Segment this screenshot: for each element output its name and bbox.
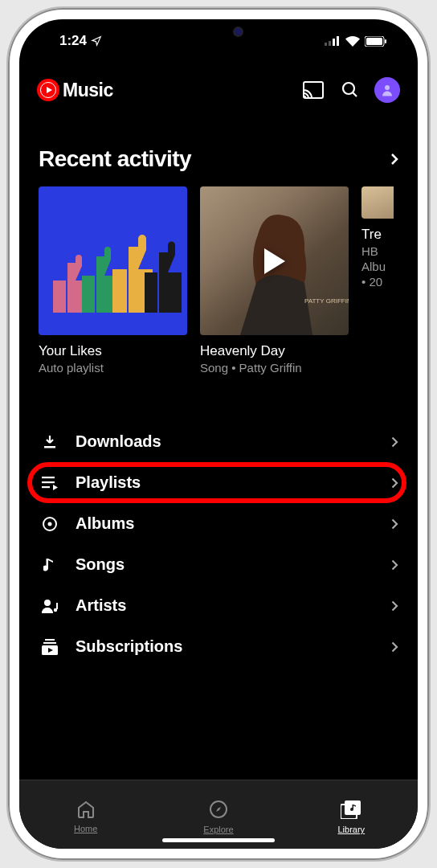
subscriptions-icon (39, 639, 61, 655)
nav-library[interactable]: Library (285, 780, 418, 849)
content-area: Recent activity (19, 117, 418, 780)
chevron-right-icon (390, 153, 398, 166)
music-note-icon (39, 557, 61, 573)
avatar[interactable] (374, 77, 400, 103)
recent-carousel[interactable]: Your Likes Auto playlist PATTY GRIFFIN H… (19, 186, 418, 375)
card-peek[interactable]: Tre HB Albu • 20 (361, 186, 394, 375)
svg-marker-26 (53, 485, 58, 490)
svg-rect-31 (56, 603, 58, 609)
menu-label: Artists (76, 596, 391, 615)
play-logo-icon (37, 79, 59, 101)
phone-frame: 1:24 (8, 8, 429, 860)
library-icon (341, 800, 361, 822)
svg-rect-5 (366, 38, 382, 45)
cast-icon[interactable] (297, 74, 329, 106)
card-subtitle: HB (361, 244, 394, 258)
peek-artwork (361, 186, 394, 219)
menu-subscriptions[interactable]: Subscriptions (19, 626, 418, 667)
notch (138, 19, 299, 43)
playlist-icon (39, 476, 61, 490)
menu-songs[interactable]: Songs (19, 544, 418, 585)
app-logo[interactable]: Music (37, 79, 113, 101)
svg-line-10 (353, 92, 357, 96)
card-heavenly-day[interactable]: PATTY GRIFFIN Heavenly Day Song • Patty … (200, 186, 349, 375)
card-title: Tre (361, 227, 394, 243)
svg-text:PATTY GRIFFIN: PATTY GRIFFIN (304, 297, 349, 305)
card-your-likes[interactable]: Your Likes Auto playlist (39, 186, 187, 375)
menu-label: Albums (76, 514, 391, 533)
svg-rect-12 (53, 280, 66, 313)
card-title: Your Likes (39, 343, 187, 359)
menu-albums[interactable]: Albums (19, 503, 418, 544)
svg-rect-33 (43, 642, 56, 644)
svg-rect-2 (333, 39, 335, 46)
menu-artists[interactable]: Artists (19, 585, 418, 626)
svg-point-9 (343, 83, 354, 94)
card-subtitle: Auto playlist (39, 361, 187, 375)
chevron-right-icon (391, 641, 398, 653)
likes-artwork (39, 186, 187, 335)
phone-screen: 1:24 (19, 19, 418, 849)
card-title: Heavenly Day (200, 343, 349, 359)
svg-rect-3 (337, 36, 339, 46)
svg-rect-16 (112, 269, 127, 313)
download-icon (39, 434, 61, 450)
svg-rect-24 (42, 481, 55, 483)
nav-label: Explore (203, 825, 233, 834)
card-subtitle: Albu (361, 260, 394, 273)
svg-point-29 (44, 600, 51, 606)
home-indicator[interactable] (162, 838, 275, 842)
chevron-right-icon (391, 518, 398, 530)
library-menu: Downloads Playlists Albums (19, 375, 418, 667)
battery-icon (365, 36, 387, 47)
svg-rect-18 (145, 272, 157, 313)
menu-downloads[interactable]: Downloads (19, 421, 418, 462)
svg-rect-22 (44, 446, 55, 448)
svg-rect-32 (45, 639, 55, 641)
recent-activity-header[interactable]: Recent activity (19, 117, 418, 186)
wifi-icon (345, 36, 360, 47)
section-title: Recent activity (39, 146, 191, 172)
svg-point-11 (385, 85, 390, 90)
search-icon[interactable] (334, 74, 366, 106)
svg-rect-0 (325, 43, 327, 46)
chevron-right-icon (391, 559, 398, 571)
card-subtitle: Song • Patty Griffin (200, 361, 349, 375)
svg-marker-37 (216, 807, 221, 812)
signal-icon (325, 36, 341, 46)
nav-home[interactable]: Home (19, 780, 152, 849)
svg-rect-25 (42, 486, 50, 488)
home-icon (76, 800, 96, 821)
app-header: Music (19, 63, 418, 117)
location-icon (91, 35, 102, 47)
nav-label: Library (338, 825, 366, 834)
svg-rect-19 (159, 272, 182, 313)
menu-label: Downloads (76, 432, 391, 451)
chevron-right-icon (391, 600, 398, 612)
nav-label: Home (74, 824, 97, 833)
menu-playlists[interactable]: Playlists (19, 462, 418, 503)
card-subtitle: • 20 (361, 275, 394, 289)
svg-rect-6 (385, 39, 386, 43)
chevron-right-icon (391, 477, 398, 489)
svg-point-8 (304, 96, 306, 98)
svg-rect-1 (329, 41, 331, 46)
app-name: Music (63, 80, 113, 101)
artist-icon (39, 598, 61, 614)
svg-rect-23 (42, 477, 55, 478)
play-icon (264, 248, 285, 274)
menu-label: Subscriptions (76, 637, 391, 656)
svg-point-28 (48, 522, 52, 526)
compass-icon (209, 800, 228, 822)
chevron-right-icon (391, 436, 398, 448)
song-artwork: PATTY GRIFFIN (200, 186, 349, 335)
status-time: 1:24 (59, 33, 87, 49)
album-icon (39, 516, 61, 532)
menu-label: Playlists (76, 473, 391, 492)
menu-label: Songs (76, 555, 391, 574)
svg-rect-14 (82, 276, 95, 313)
